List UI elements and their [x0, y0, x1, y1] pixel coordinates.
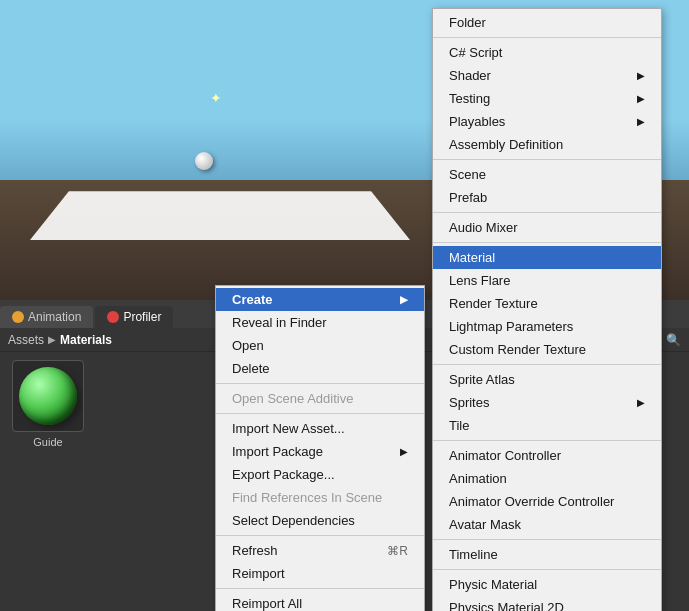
submenu-folder[interactable]: Folder [433, 11, 661, 34]
menu-find-refs: Find References In Scene [216, 486, 424, 509]
material-sphere-ball [19, 367, 77, 425]
sub-sep3 [433, 212, 661, 213]
sep3 [216, 535, 424, 536]
submenu-sprite-atlas[interactable]: Sprite Atlas [433, 368, 661, 391]
create-arrow: ▶ [400, 294, 408, 305]
scene-sphere [195, 152, 213, 170]
menu-delete[interactable]: Delete [216, 357, 424, 380]
menu-import-package[interactable]: Import Package ▶ [216, 440, 424, 463]
sep4 [216, 588, 424, 589]
submenu-lightmap-params[interactable]: Lightmap Parameters [433, 315, 661, 338]
create-submenu: Folder C# Script Shader ▶ Testing ▶ Play… [432, 8, 662, 611]
playables-arrow: ▶ [637, 116, 645, 127]
scene-light [210, 90, 224, 104]
assets-label: Assets [8, 333, 44, 347]
submenu-render-texture[interactable]: Render Texture [433, 292, 661, 315]
sep1 [216, 383, 424, 384]
sub-sep7 [433, 539, 661, 540]
material-sphere-container [12, 360, 84, 432]
shader-arrow: ▶ [637, 70, 645, 81]
menu-import-new[interactable]: Import New Asset... [216, 417, 424, 440]
submenu-material[interactable]: Material [433, 246, 661, 269]
animation-icon [12, 311, 24, 323]
submenu-prefab[interactable]: Prefab [433, 186, 661, 209]
sub-sep8 [433, 569, 661, 570]
material-label: Guide [33, 436, 62, 448]
menu-reveal-finder[interactable]: Reveal in Finder [216, 311, 424, 334]
sprites-arrow: ▶ [637, 397, 645, 408]
submenu-sprites[interactable]: Sprites ▶ [433, 391, 661, 414]
menu-refresh[interactable]: Refresh ⌘R [216, 539, 424, 562]
menu-export-package[interactable]: Export Package... [216, 463, 424, 486]
sub-sep5 [433, 364, 661, 365]
menu-reimport[interactable]: Reimport [216, 562, 424, 585]
submenu-lens-flare[interactable]: Lens Flare [433, 269, 661, 292]
assets-folder: Materials [60, 333, 112, 347]
menu-open-scene-additive: Open Scene Additive [216, 387, 424, 410]
menu-open[interactable]: Open [216, 334, 424, 357]
submenu-playables[interactable]: Playables ▶ [433, 110, 661, 133]
submenu-timeline[interactable]: Timeline [433, 543, 661, 566]
refresh-shortcut: ⌘R [387, 544, 408, 558]
sub-sep1 [433, 37, 661, 38]
tab-profiler[interactable]: Profiler [95, 306, 173, 328]
submenu-physic-material[interactable]: Physic Material [433, 573, 661, 596]
assets-arrow: ▶ [48, 334, 56, 345]
material-item[interactable]: Guide [8, 360, 88, 448]
scene-plane [30, 191, 410, 240]
testing-arrow: ▶ [637, 93, 645, 104]
search-icon[interactable]: 🔍 [666, 333, 681, 347]
sep2 [216, 413, 424, 414]
sub-sep2 [433, 159, 661, 160]
submenu-tile[interactable]: Tile [433, 414, 661, 437]
submenu-avatar-mask[interactable]: Avatar Mask [433, 513, 661, 536]
submenu-assembly-def[interactable]: Assembly Definition [433, 133, 661, 156]
menu-reimport-all[interactable]: Reimport All [216, 592, 424, 611]
sub-sep6 [433, 440, 661, 441]
submenu-shader[interactable]: Shader ▶ [433, 64, 661, 87]
import-package-arrow: ▶ [400, 446, 408, 457]
sub-sep4 [433, 242, 661, 243]
submenu-animation[interactable]: Animation [433, 467, 661, 490]
menu-select-deps[interactable]: Select Dependencies [216, 509, 424, 532]
menu-create[interactable]: Create ▶ [216, 288, 424, 311]
tab-animation[interactable]: Animation [0, 306, 93, 328]
submenu-animator-override[interactable]: Animator Override Controller [433, 490, 661, 513]
context-menu: Create ▶ Reveal in Finder Open Delete Op… [215, 285, 425, 611]
submenu-physics-material-2d[interactable]: Physics Material 2D [433, 596, 661, 611]
submenu-testing[interactable]: Testing ▶ [433, 87, 661, 110]
submenu-animator-controller[interactable]: Animator Controller [433, 444, 661, 467]
profiler-icon [107, 311, 119, 323]
submenu-custom-render[interactable]: Custom Render Texture [433, 338, 661, 361]
submenu-csharp[interactable]: C# Script [433, 41, 661, 64]
submenu-scene[interactable]: Scene [433, 163, 661, 186]
submenu-audio-mixer[interactable]: Audio Mixer [433, 216, 661, 239]
